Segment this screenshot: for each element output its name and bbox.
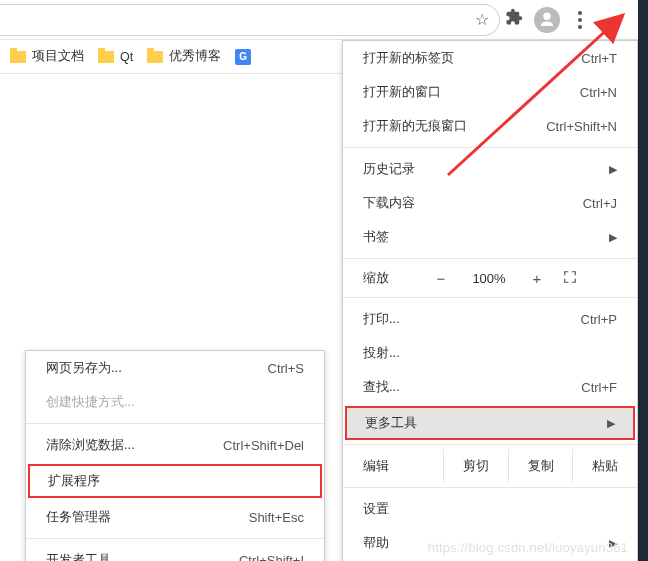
bookmark-folder[interactable]: 项目文档 xyxy=(10,48,84,65)
menu-separator xyxy=(26,423,324,424)
menu-label: 清除浏览数据... xyxy=(46,436,135,454)
menu-incognito[interactable]: 打开新的无痕窗口 Ctrl+Shift+N xyxy=(343,109,637,143)
bookmark-translate[interactable]: G xyxy=(235,49,251,65)
menu-separator xyxy=(343,297,637,298)
menu-history[interactable]: 历史记录 ▶ xyxy=(343,152,637,186)
folder-icon xyxy=(98,51,114,63)
zoom-value: 100% xyxy=(459,271,519,286)
menu-label: 打开新的无痕窗口 xyxy=(363,117,467,135)
menu-label: 下载内容 xyxy=(363,194,415,212)
menu-shortcut: Ctrl+Shift+N xyxy=(546,119,617,134)
menu-downloads[interactable]: 下载内容 Ctrl+J xyxy=(343,186,637,220)
menu-separator xyxy=(343,147,637,148)
menu-bookmarks[interactable]: 书签 ▶ xyxy=(343,220,637,254)
menu-help[interactable]: 帮助 ▶ xyxy=(343,526,637,560)
menu-separator xyxy=(343,258,637,259)
chevron-right-icon: ▶ xyxy=(607,417,615,430)
chrome-main-menu: 打开新的标签页 Ctrl+T 打开新的窗口 Ctrl+N 打开新的无痕窗口 Ct… xyxy=(342,40,638,561)
menu-print[interactable]: 打印... Ctrl+P xyxy=(343,302,637,336)
menu-label: 历史记录 xyxy=(363,160,415,178)
folder-icon xyxy=(10,51,26,63)
chevron-right-icon: ▶ xyxy=(609,537,617,550)
menu-label: 打印... xyxy=(363,310,400,328)
menu-new-tab[interactable]: 打开新的标签页 Ctrl+T xyxy=(343,41,637,75)
bookmark-label: 项目文档 xyxy=(32,48,84,65)
google-translate-icon: G xyxy=(235,49,251,65)
menu-shortcut: Ctrl+T xyxy=(581,51,617,66)
edit-cut-button[interactable]: 剪切 xyxy=(443,449,508,483)
menu-settings[interactable]: 设置 xyxy=(343,492,637,526)
bookmark-label: 优秀博客 xyxy=(169,48,221,65)
menu-new-window[interactable]: 打开新的窗口 Ctrl+N xyxy=(343,75,637,109)
submenu-extensions[interactable]: 扩展程序 xyxy=(28,464,322,498)
submenu-task-manager[interactable]: 任务管理器 Shift+Esc xyxy=(26,500,324,534)
menu-separator xyxy=(343,487,637,488)
more-tools-submenu: 网页另存为... Ctrl+S 创建快捷方式... 清除浏览数据... Ctrl… xyxy=(25,350,325,561)
menu-shortcut: Ctrl+P xyxy=(581,312,617,327)
menu-edit-row: 编辑 剪切 复制 粘贴 xyxy=(343,449,637,483)
menu-shortcut: Ctrl+J xyxy=(583,196,617,211)
folder-icon xyxy=(147,51,163,63)
menu-find[interactable]: 查找... Ctrl+F xyxy=(343,370,637,404)
menu-label: 开发者工具 xyxy=(46,551,111,561)
menu-separator xyxy=(26,538,324,539)
menu-label: 任务管理器 xyxy=(46,508,111,526)
bookmark-star-icon[interactable]: ☆ xyxy=(475,10,489,29)
menu-separator xyxy=(343,444,637,445)
bookmark-folder[interactable]: 优秀博客 xyxy=(147,48,221,65)
submenu-create-shortcut: 创建快捷方式... xyxy=(26,385,324,419)
zoom-label: 缩放 xyxy=(363,269,423,287)
submenu-dev-tools[interactable]: 开发者工具 Ctrl+Shift+I xyxy=(26,543,324,561)
menu-label: 打开新的标签页 xyxy=(363,49,454,67)
menu-label: 网页另存为... xyxy=(46,359,122,377)
menu-label: 查找... xyxy=(363,378,400,396)
menu-button-icon[interactable] xyxy=(566,11,594,29)
address-bar-tail[interactable]: ☆ xyxy=(0,4,500,36)
extensions-puzzle-icon[interactable] xyxy=(500,8,528,31)
menu-label: 投射... xyxy=(363,344,400,362)
bookmark-folder[interactable]: Qt xyxy=(98,50,133,64)
fullscreen-icon[interactable] xyxy=(555,270,585,287)
zoom-in-button[interactable]: + xyxy=(519,270,555,287)
bookmark-label: Qt xyxy=(120,50,133,64)
window-edge xyxy=(638,0,648,561)
chevron-right-icon: ▶ xyxy=(609,163,617,176)
menu-label: 书签 xyxy=(363,228,389,246)
zoom-out-button[interactable]: − xyxy=(423,270,459,287)
menu-more-tools[interactable]: 更多工具 ▶ xyxy=(345,406,635,440)
profile-avatar-icon[interactable] xyxy=(534,7,560,33)
menu-shortcut: Ctrl+F xyxy=(581,380,617,395)
menu-label: 帮助 xyxy=(363,534,389,552)
menu-label: 打开新的窗口 xyxy=(363,83,441,101)
menu-shortcut: Shift+Esc xyxy=(249,510,304,525)
menu-label: 设置 xyxy=(363,500,389,518)
menu-zoom-row: 缩放 − 100% + xyxy=(343,263,637,293)
menu-label: 更多工具 xyxy=(365,414,417,432)
edit-copy-button[interactable]: 复制 xyxy=(508,449,573,483)
menu-shortcut: Ctrl+N xyxy=(580,85,617,100)
menu-label: 创建快捷方式... xyxy=(46,393,135,411)
menu-cast[interactable]: 投射... xyxy=(343,336,637,370)
edit-label: 编辑 xyxy=(343,449,443,483)
browser-toolbar: ☆ xyxy=(0,0,638,40)
chevron-right-icon: ▶ xyxy=(609,231,617,244)
edit-paste-button[interactable]: 粘贴 xyxy=(572,449,637,483)
submenu-clear-data[interactable]: 清除浏览数据... Ctrl+Shift+Del xyxy=(26,428,324,462)
menu-shortcut: Ctrl+Shift+I xyxy=(239,553,304,562)
menu-shortcut: Ctrl+S xyxy=(268,361,304,376)
submenu-save-as[interactable]: 网页另存为... Ctrl+S xyxy=(26,351,324,385)
menu-shortcut: Ctrl+Shift+Del xyxy=(223,438,304,453)
menu-label: 扩展程序 xyxy=(48,472,100,490)
